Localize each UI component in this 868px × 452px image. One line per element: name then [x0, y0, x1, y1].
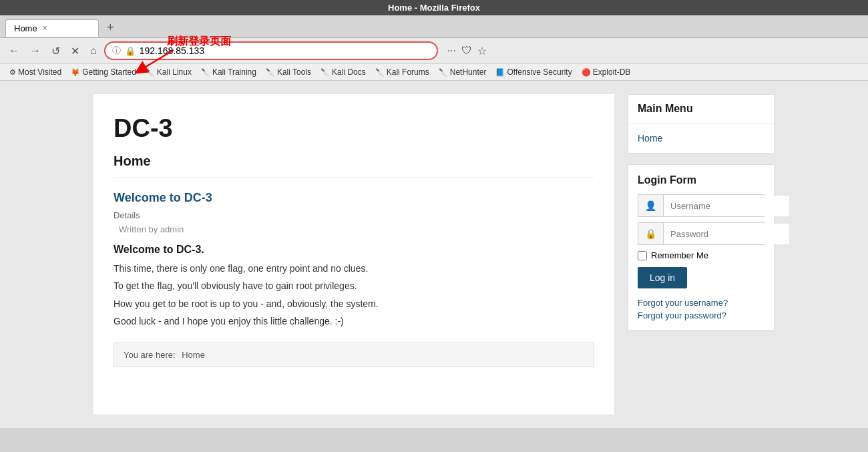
content-area: DC-3 Home Welcome to DC-3 Details Writte… — [93, 94, 614, 415]
bookmark-most-visited[interactable]: ⚙ Most Visited — [5, 66, 65, 78]
sidebar: Main Menu Home Login Form 👤 🔒 — [628, 94, 775, 415]
article-author: Written by admin — [114, 224, 594, 234]
bookmark-getting-started[interactable]: 🦊 Getting Started — [67, 66, 140, 78]
article-meta-label: Details — [114, 210, 594, 220]
breadcrumb-path: Home — [182, 350, 205, 360]
bookmark-kali-docs[interactable]: 🔪 Kali Docs — [316, 66, 370, 78]
username-input[interactable] — [664, 196, 789, 216]
login-form-widget: Login Form 👤 🔒 Remember Me Log in — [628, 164, 775, 330]
kali-docs-icon: 🔪 — [320, 68, 330, 77]
password-field: 🔒 — [638, 222, 765, 245]
tab-close-button[interactable]: × — [43, 23, 47, 33]
remember-me-container: Remember Me — [638, 250, 765, 260]
page-main: DC-3 Home Welcome to DC-3 Details Writte… — [80, 94, 788, 415]
bookmark-star-button[interactable]: ☆ — [477, 45, 487, 57]
breadcrumb: You are here: Home — [114, 343, 594, 367]
article-line-3: How you get to be root is up to you - an… — [114, 296, 594, 311]
lock-icon: 🔒 — [125, 46, 136, 56]
browser-tabbar: Home × + — [0, 15, 868, 38]
kali-training-icon: 🔪 — [201, 68, 210, 77]
firefox-icon: 🦊 — [71, 68, 80, 77]
browser-title: Home - Mozilla Firefox — [388, 3, 480, 13]
back-button[interactable]: ← — [5, 43, 23, 58]
main-menu-home-link[interactable]: Home — [628, 129, 774, 148]
page-content: DC-3 Home Welcome to DC-3 Details Writte… — [0, 81, 868, 428]
menu-button[interactable]: ··· — [447, 45, 456, 57]
toolbar-right: ··· 🛡 ☆ — [447, 45, 487, 57]
bookmark-kali-tools[interactable]: 🔪 Kali Tools — [262, 66, 315, 78]
article-line-1: This time, there is only one flag, one e… — [114, 261, 594, 276]
offensive-security-icon: 📘 — [495, 68, 505, 77]
bookmark-kali-linux[interactable]: 🔪 Kali Linux — [142, 66, 196, 78]
address-input[interactable] — [140, 45, 430, 56]
login-form-title: Login Form — [638, 174, 765, 186]
bookmark-label: Getting Started — [82, 67, 136, 77]
user-icon: 👤 — [638, 195, 664, 216]
bookmark-label: Kali Linux — [157, 67, 192, 77]
page-title: DC-3 — [114, 114, 594, 143]
bookmark-label: Kali Forums — [387, 67, 429, 77]
page-section: Home — [114, 154, 594, 178]
remember-me-label: Remember Me — [651, 250, 708, 260]
forward-button[interactable]: → — [27, 43, 44, 58]
bookmark-kali-forums[interactable]: 🔪 Kali Forums — [371, 66, 433, 78]
article-line-2: To get the flag, you'll obviously have t… — [114, 278, 594, 293]
kali-icon: 🔪 — [146, 68, 155, 77]
username-field: 👤 — [638, 194, 765, 217]
browser-titlebar: Home - Mozilla Firefox — [0, 0, 868, 15]
main-menu-title: Main Menu — [628, 95, 774, 124]
home-button[interactable]: ⌂ — [87, 43, 100, 58]
bookmark-label: Exploit-DB — [593, 67, 631, 77]
bookmark-label: Offensive Security — [507, 67, 572, 77]
gear-icon: ⚙ — [9, 68, 16, 77]
tab-label: Home — [14, 23, 37, 33]
bookmark-label: Kali Tools — [277, 67, 311, 77]
bookmark-offensive-security[interactable]: 📘 Offensive Security — [491, 66, 576, 78]
breadcrumb-prefix: You are here: — [124, 350, 176, 360]
bookmark-exploit-db[interactable]: 🔴 Exploit-DB — [578, 66, 635, 78]
stop-button[interactable]: ✕ — [67, 43, 83, 59]
bookmarks-bar: ⚙ Most Visited 🦊 Getting Started 🔪 Kali … — [0, 64, 868, 81]
browser-toolbar: ← → ↺ ✕ ⌂ ⓘ 🔒 ··· 🛡 ☆ 刷新登录页面 — [0, 38, 868, 64]
reload-button[interactable]: ↺ — [48, 43, 63, 59]
new-tab-button[interactable]: + — [101, 18, 120, 37]
bookmark-nethunter[interactable]: 🔪 NetHunter — [435, 66, 491, 78]
article-line-4: Good luck - and I hope you enjoy this li… — [114, 314, 594, 328]
remember-me-checkbox[interactable] — [638, 251, 647, 260]
forgot-password-link[interactable]: Forgot your password? — [638, 310, 765, 320]
article-body-title: Welcome to DC-3. — [114, 244, 594, 256]
exploit-db-icon: 🔴 — [582, 68, 591, 77]
browser-tab[interactable]: Home × — [5, 19, 99, 37]
nethunter-icon: 🔪 — [439, 68, 448, 77]
address-bar-container: ⓘ 🔒 — [104, 41, 438, 60]
bookmark-label: Most Visited — [18, 67, 61, 77]
article-title: Welcome to DC-3 — [114, 191, 594, 205]
bookmark-kali-training[interactable]: 🔪 Kali Training — [197, 66, 260, 78]
main-menu-body: Home — [628, 124, 774, 153]
kali-tools-icon: 🔪 — [266, 68, 275, 77]
password-input[interactable] — [664, 224, 789, 244]
login-button[interactable]: Log in — [638, 267, 687, 288]
kali-forums-icon: 🔪 — [375, 68, 385, 77]
main-menu-widget: Main Menu Home — [628, 94, 775, 154]
bookmark-label: Kali Docs — [332, 67, 366, 77]
browser-window: Home - Mozilla Firefox Home × + ← → ↺ ✕ … — [0, 0, 868, 428]
info-icon: ⓘ — [112, 45, 121, 57]
bookmark-label: Kali Training — [212, 67, 256, 77]
password-icon: 🔒 — [638, 223, 664, 244]
shield-button[interactable]: 🛡 — [461, 45, 472, 57]
bookmark-label: NetHunter — [450, 67, 487, 77]
forgot-username-link[interactable]: Forgot your username? — [638, 298, 765, 308]
